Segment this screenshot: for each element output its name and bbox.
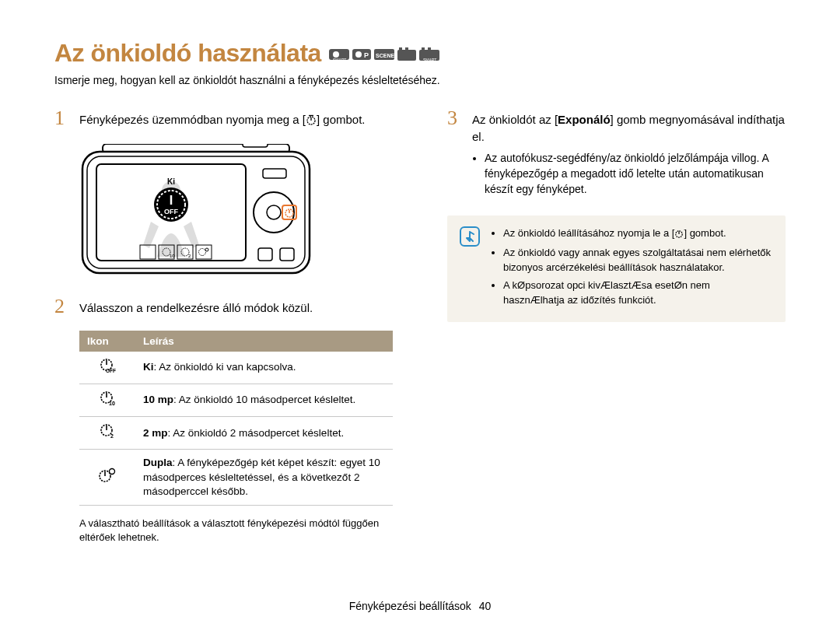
svg-rect-12: [422, 47, 425, 51]
th-icon: Ikon: [79, 331, 135, 352]
movie-icon: [397, 47, 416, 61]
svg-text:SMART: SMART: [423, 58, 436, 61]
off-timer-icon: OFF: [79, 352, 135, 384]
intro-text: Ismerje meg, hogyan kell az önkioldót ha…: [54, 74, 786, 86]
footer-section: Fényképezési beállítások: [349, 600, 471, 612]
svg-text:SMART: SMART: [333, 58, 346, 61]
table-row: 10 10 mp: Az önkioldó 10 másodpercet kés…: [79, 384, 393, 416]
svg-text:OFF: OFF: [106, 368, 116, 373]
svg-rect-10: [405, 47, 408, 51]
cell-desc: 2 mp: Az önkioldó 2 másodpercet késlelte…: [135, 417, 393, 450]
step-number: 1: [54, 108, 68, 130]
table-row: 2 2 mp: Az önkioldó 2 másodpercet késlel…: [79, 417, 393, 450]
step-3: 3 Az önkioldót az [Exponáló] gomb megnyo…: [447, 108, 786, 198]
shooting-mode-icons: SMART P SCENE SMART: [329, 47, 439, 65]
note-item: Az önkioldó leállításához nyomja le a []…: [503, 226, 773, 243]
svg-rect-9: [399, 47, 402, 51]
svg-rect-13: [428, 47, 431, 51]
step3-pre: Az önkioldót az [: [472, 113, 558, 126]
smart-icon: SMART: [329, 47, 349, 61]
left-column: 1 Fényképezés üzemmódban nyomja meg a []…: [54, 108, 393, 545]
svg-text:OFF: OFF: [164, 208, 178, 215]
svg-text:2: 2: [110, 433, 114, 439]
camera-illustration: Ki OFF 10 2: [79, 144, 393, 279]
cell-desc: 10 mp: Az önkioldó 10 másodpercet késlel…: [135, 384, 393, 416]
table-header-row: Ikon Leírás: [79, 331, 393, 352]
svg-point-4: [355, 51, 362, 58]
step3-bullet: Az autofókusz-segédfény/az önkioldó jelz…: [485, 150, 786, 198]
footer-page-number: 40: [479, 600, 492, 612]
timer-2-icon: 2: [79, 417, 135, 450]
svg-text:10: 10: [170, 254, 175, 258]
svg-text:SCENE: SCENE: [376, 53, 394, 58]
cell-desc: Ki: Az önkioldó ki van kapcsolva.: [135, 352, 393, 384]
table-row: Dupla: A fényképezőgép két képet készít:…: [79, 450, 393, 506]
step3-bullets: Az autofókusz-segédfény/az önkioldó jelz…: [472, 150, 786, 198]
page-title-row: Az önkioldó használata SMART P SCENE SMA…: [54, 39, 786, 68]
step-number: 2: [54, 296, 68, 317]
svg-rect-19: [243, 144, 268, 147]
svg-rect-45: [280, 248, 294, 261]
program-icon: P: [352, 47, 371, 61]
svg-rect-43: [263, 169, 286, 178]
content-columns: 1 Fényképezés üzemmódban nyomja meg a []…: [54, 108, 786, 545]
svg-point-39: [267, 205, 281, 219]
cell-desc: Dupla: A fényképezőgép két képet készít:…: [135, 450, 393, 506]
scene-icon: SCENE: [374, 47, 394, 61]
smart-movie-icon: SMART: [419, 47, 439, 61]
step-number: 3: [447, 108, 461, 198]
step-1-text: Fényképezés üzemmódban nyomja meg a [] g…: [79, 108, 393, 130]
table-row: OFF Ki: Az önkioldó ki van kapcsolva.: [79, 352, 393, 384]
note-item: Az önkioldó vagy annak egyes szolgáltatá…: [503, 246, 773, 275]
step1-post: ] gombot.: [317, 113, 366, 126]
timer-double-icon: [79, 450, 135, 506]
svg-rect-8: [397, 50, 416, 61]
step-2-text: Válasszon a rendelkezésre álló módok köz…: [79, 296, 393, 317]
table-footnote: A választható beállítások a választott f…: [79, 517, 393, 545]
note-item: A kØpsorozat opci kivÆlasztÆsa esetØn ne…: [503, 278, 773, 308]
timer-button-icon: [674, 228, 684, 243]
step-2: 2 Válasszon a rendelkezésre álló módok k…: [54, 296, 393, 317]
note1-post: ] gombot.: [684, 227, 726, 239]
step-3-body: Az önkioldót az [Exponáló] gomb megnyomá…: [472, 108, 786, 198]
step3-bold: Exponáló: [558, 113, 611, 126]
camera-ki-label: Ki: [167, 177, 175, 186]
svg-rect-44: [258, 248, 272, 261]
right-column: 3 Az önkioldót az [Exponáló] gomb megnyo…: [447, 108, 786, 545]
timer-button-icon: [306, 113, 317, 130]
step1-pre: Fényképezés üzemmódban nyomja meg a [: [79, 113, 306, 126]
options-table: Ikon Leírás OFF Ki: Az önkioldó ki van k…: [79, 331, 393, 506]
svg-point-57: [110, 469, 115, 475]
svg-point-1: [333, 51, 339, 58]
page-title: Az önkioldó használata: [54, 39, 321, 68]
note-list: Az önkioldó leállításához nyomja le a []…: [491, 226, 773, 310]
info-icon: [460, 226, 480, 310]
svg-text:10: 10: [109, 401, 115, 406]
note-box: Az önkioldó leállításához nyomja le a []…: [447, 215, 786, 321]
th-desc: Leírás: [135, 331, 393, 352]
svg-text:P: P: [364, 51, 369, 59]
page-footer: Fényképezési beállítások 40: [0, 600, 840, 612]
step-1: 1 Fényképezés üzemmódban nyomja meg a []…: [54, 108, 393, 130]
note1-pre: Az önkioldó leállításához nyomja le a [: [503, 227, 674, 239]
timer-10-icon: 10: [79, 384, 135, 416]
